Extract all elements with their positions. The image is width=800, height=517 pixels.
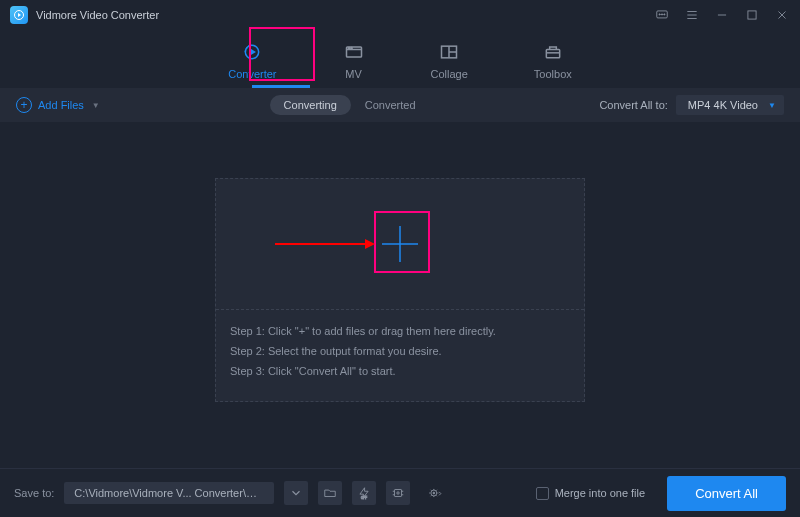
output-format-value: MP4 4K Video: [688, 99, 758, 111]
svg-point-2: [659, 14, 660, 15]
convert-all-to-label: Convert All to:: [599, 99, 667, 111]
svg-rect-9: [748, 11, 756, 19]
plus-highlight-annotation: [374, 211, 430, 273]
merge-checkbox[interactable]: Merge into one file: [536, 487, 646, 500]
maximize-icon[interactable]: [744, 7, 760, 23]
app-logo: [10, 6, 28, 24]
svg-point-15: [348, 48, 349, 49]
chevron-down-icon: ▼: [768, 101, 776, 110]
step-2-text: Step 2: Select the output format you des…: [230, 342, 570, 362]
checkbox-icon: [536, 487, 549, 500]
svg-rect-26: [395, 490, 402, 497]
svg-point-3: [661, 14, 662, 15]
app-title: Vidmore Video Converter: [36, 9, 159, 21]
svg-rect-20: [546, 50, 559, 58]
segment-converting[interactable]: Converting: [270, 95, 351, 115]
svg-point-27: [397, 492, 399, 494]
minimize-icon[interactable]: [714, 7, 730, 23]
red-arrow-annotation: [275, 238, 375, 250]
svg-point-16: [350, 48, 351, 49]
path-dropdown-button[interactable]: [284, 481, 308, 505]
svg-text:OFF: OFF: [361, 496, 367, 500]
tab-mv-label: MV: [345, 68, 362, 80]
convert-all-button[interactable]: Convert All: [667, 476, 786, 511]
svg-point-4: [664, 14, 665, 15]
tab-underline: [252, 85, 310, 88]
feedback-icon[interactable]: [654, 7, 670, 23]
add-files-button[interactable]: + Add Files ▼: [16, 97, 100, 113]
plus-circle-icon: +: [16, 97, 32, 113]
tab-collage[interactable]: Collage: [423, 38, 476, 84]
segment-converted[interactable]: Converted: [351, 95, 430, 115]
chevron-down-icon[interactable]: ▼: [92, 101, 100, 110]
output-format-select[interactable]: MP4 4K Video ▼: [676, 95, 784, 115]
step-3-text: Step 3: Click "Convert All" to start.: [230, 362, 570, 382]
add-files-label: Add Files: [38, 99, 84, 111]
gpu-button[interactable]: [386, 481, 410, 505]
menu-icon[interactable]: [684, 7, 700, 23]
tab-toolbox[interactable]: Toolbox: [526, 38, 580, 84]
svg-point-33: [433, 492, 435, 494]
output-path-field[interactable]: C:\Vidmore\Vidmore V... Converter\Conver…: [64, 482, 274, 504]
hardware-accel-button[interactable]: OFF: [352, 481, 376, 505]
tab-collage-label: Collage: [431, 68, 468, 80]
file-dropzone[interactable]: Step 1: Click "+" to add files or drag t…: [215, 178, 585, 402]
tab-toolbox-label: Toolbox: [534, 68, 572, 80]
merge-label: Merge into one file: [555, 487, 646, 499]
tab-mv[interactable]: MV: [335, 38, 373, 84]
converter-highlight-annotation: [249, 27, 315, 81]
step-1-text: Step 1: Click "+" to add files or drag t…: [230, 322, 570, 342]
save-to-label: Save to:: [14, 487, 54, 499]
open-folder-button[interactable]: [318, 481, 342, 505]
close-icon[interactable]: [774, 7, 790, 23]
settings-button[interactable]: [420, 481, 450, 505]
